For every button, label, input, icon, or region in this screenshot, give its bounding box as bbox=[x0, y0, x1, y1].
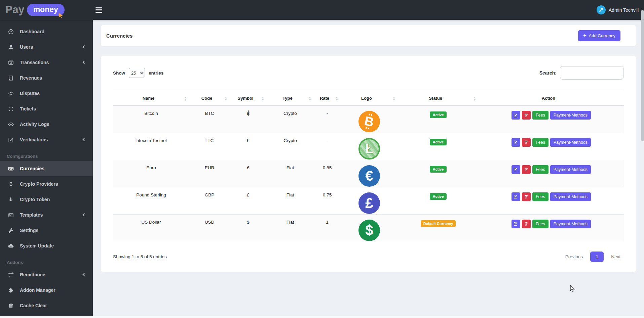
delete-button[interactable] bbox=[522, 138, 531, 147]
fees-button[interactable]: Fees bbox=[532, 111, 548, 120]
main-content: Currencies + Add Currency Show 25 entrie… bbox=[93, 20, 644, 316]
sort-arrows-icon bbox=[262, 96, 264, 101]
sidebar-item-crypto-providers[interactable]: Crypto Providers bbox=[0, 176, 93, 192]
sidebar-item-disputes[interactable]: Disputes bbox=[0, 86, 93, 101]
edit-button[interactable] bbox=[512, 192, 520, 201]
sidebar-item-settings[interactable]: Settings bbox=[0, 223, 93, 238]
remittance-icon bbox=[7, 272, 15, 278]
payment-methods-button[interactable]: Payment-Methods bbox=[550, 192, 591, 201]
search-input[interactable] bbox=[560, 66, 624, 80]
sidebar-item-transactions[interactable]: Transactions bbox=[0, 55, 93, 70]
sidebar-item-verifications[interactable]: Verifications bbox=[0, 132, 93, 147]
cell-code: LTC bbox=[189, 133, 230, 160]
sidebar-item-users[interactable]: Users bbox=[0, 39, 93, 55]
menu-toggle-button[interactable] bbox=[96, 6, 103, 14]
user-menu[interactable]: Admin Techvill bbox=[597, 5, 644, 14]
column-header-label: Name bbox=[143, 96, 154, 101]
delete-button[interactable] bbox=[522, 165, 531, 174]
table-controls: Show 25 entries Search: bbox=[113, 66, 624, 80]
cell-logo: Ł bbox=[341, 133, 398, 160]
app-logo[interactable]: Pay money bbox=[0, 4, 93, 16]
sidebar-item-activity-logs[interactable]: Activity Logs bbox=[0, 117, 93, 132]
cell-symbol: $ bbox=[230, 214, 267, 241]
revenues-icon bbox=[7, 75, 15, 81]
litecoin-logo: Ł bbox=[358, 138, 380, 160]
fees-button[interactable]: Fees bbox=[532, 220, 548, 228]
column-header-rate[interactable]: Rate bbox=[314, 91, 341, 106]
sidebar-item-label: Dashboard bbox=[20, 29, 44, 34]
sidebar-item-remittance[interactable]: Remittance bbox=[0, 267, 93, 282]
sidebar-item-crypto-token[interactable]: Crypto Token bbox=[0, 192, 93, 207]
activity-logs-icon bbox=[7, 122, 15, 127]
tickets-icon bbox=[7, 106, 15, 112]
fees-button[interactable]: Fees bbox=[532, 165, 548, 174]
cell-logo: £ bbox=[341, 187, 398, 214]
user-name: Admin Techvill bbox=[609, 7, 639, 13]
entries-select[interactable]: 25 bbox=[129, 68, 145, 78]
sidebar-item-label: Disputes bbox=[20, 91, 40, 96]
currencies-icon bbox=[7, 166, 15, 172]
status-badge: Active bbox=[430, 166, 446, 173]
column-header-code[interactable]: Code bbox=[189, 91, 230, 106]
cell-rate: 1 bbox=[314, 214, 341, 241]
next-page-button[interactable]: Next bbox=[608, 252, 624, 262]
page-1-button[interactable]: 1 bbox=[590, 252, 604, 262]
column-header-status[interactable]: Status bbox=[398, 91, 479, 106]
fees-button[interactable]: Fees bbox=[532, 138, 548, 147]
add-currency-button[interactable]: + Add Currency bbox=[578, 30, 620, 41]
sort-arrows-icon bbox=[336, 96, 338, 101]
crypto-providers-icon bbox=[7, 181, 15, 187]
edit-button[interactable] bbox=[512, 220, 520, 228]
scrollbar[interactable] bbox=[641, 10, 644, 141]
table-footer: Showing 1 to 5 of 5 entries Previous 1 N… bbox=[113, 252, 624, 262]
payment-methods-button[interactable]: Payment-Methods bbox=[550, 111, 591, 120]
table-row-us-dollar: US DollarUSD$Fiat1$Default CurrencyFeesP… bbox=[113, 214, 624, 241]
sidebar-item-label: Verifications bbox=[20, 137, 48, 142]
sidebar-item-cache-clear[interactable]: Cache Clear bbox=[0, 298, 93, 313]
cell-symbol: £ bbox=[230, 187, 267, 214]
previous-page-button[interactable]: Previous bbox=[562, 252, 586, 262]
cell-name: Pound Sterling bbox=[113, 187, 189, 214]
column-header-label: Type bbox=[282, 96, 292, 101]
column-header-label: Symbol bbox=[238, 96, 254, 101]
delete-button[interactable] bbox=[522, 111, 531, 120]
delete-button[interactable] bbox=[522, 192, 531, 201]
sidebar-item-tickets[interactable]: Tickets bbox=[0, 101, 93, 117]
sidebar-item-templates[interactable]: Templates bbox=[0, 207, 93, 223]
column-header-symbol[interactable]: Symbol bbox=[230, 91, 267, 106]
column-header-type[interactable]: Type bbox=[267, 91, 314, 106]
table-body: BitcoinBTCBCrypto-BActiveFeesPayment-Met… bbox=[113, 105, 624, 241]
edit-button[interactable] bbox=[512, 138, 520, 147]
column-header-logo[interactable]: Logo bbox=[341, 91, 398, 106]
sidebar-item-currencies[interactable]: Currencies bbox=[0, 161, 93, 176]
edit-button[interactable] bbox=[512, 165, 520, 174]
sidebar-item-dashboard[interactable]: Dashboard bbox=[0, 24, 93, 39]
fees-button[interactable]: Fees bbox=[532, 192, 548, 201]
delete-button[interactable] bbox=[522, 220, 531, 228]
sidebar-item-label: System Update bbox=[20, 243, 54, 248]
sidebar-item-system-update[interactable]: System Update bbox=[0, 238, 93, 254]
edit-button[interactable] bbox=[512, 111, 520, 120]
cell-name: US Dollar bbox=[113, 214, 189, 241]
cell-status: Active bbox=[398, 187, 479, 214]
currencies-table: NameCodeSymbolTypeRateLogoStatusAction B… bbox=[113, 91, 624, 241]
cell-symbol: € bbox=[230, 160, 267, 187]
column-header-name[interactable]: Name bbox=[113, 91, 189, 106]
sidebar-item-label: Users bbox=[20, 44, 33, 50]
payment-methods-button[interactable]: Payment-Methods bbox=[550, 220, 591, 228]
crypto-token-icon bbox=[7, 197, 15, 202]
sidebar-item-addon-manager[interactable]: Addon Manager bbox=[0, 282, 93, 298]
payment-methods-button[interactable]: Payment-Methods bbox=[550, 165, 591, 174]
cell-type: Fiat bbox=[267, 160, 314, 187]
row-actions: FeesPayment-Methods bbox=[512, 111, 591, 120]
cell-action: FeesPayment-Methods bbox=[479, 105, 624, 133]
cell-name: Bitcoin bbox=[113, 105, 189, 133]
row-actions: FeesPayment-Methods bbox=[512, 220, 591, 228]
logo-text-pay: Pay bbox=[5, 4, 25, 16]
cell-type: Crypto bbox=[267, 133, 314, 160]
logo-pill-money: money bbox=[27, 4, 65, 16]
column-header-label: Action bbox=[542, 96, 555, 101]
cell-symbol: B bbox=[230, 105, 267, 133]
payment-methods-button[interactable]: Payment-Methods bbox=[550, 138, 591, 147]
sidebar-item-revenues[interactable]: Revenues bbox=[0, 70, 93, 86]
